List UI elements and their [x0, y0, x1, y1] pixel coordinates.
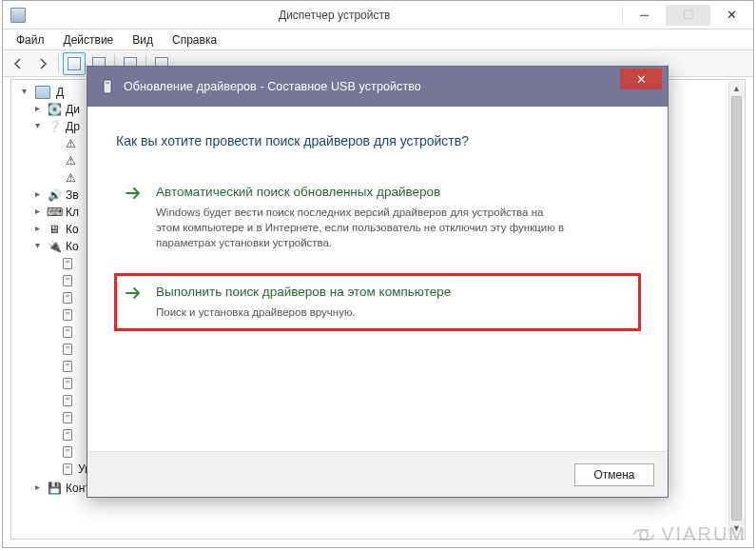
expand-icon[interactable]: ▸ — [32, 483, 43, 494]
dialog-body: Как вы хотите провести поиск драйверов д… — [87, 107, 668, 352]
menu-view[interactable]: Вид — [125, 31, 161, 49]
expand-icon[interactable]: ▸ — [32, 190, 43, 201]
toolbar-forward-button[interactable] — [31, 52, 54, 75]
menu-help[interactable]: Справка — [165, 31, 224, 49]
warn-icon: ⚠ — [63, 137, 78, 150]
window-maximize-button: ☐ — [666, 5, 709, 26]
expand-icon[interactable]: ▸ — [32, 207, 43, 218]
disk-icon: 💽 — [47, 103, 62, 116]
update-driver-dialog: Обновление драйверов - Составное USB уст… — [87, 66, 669, 498]
window-minimize-button[interactable]: ─ — [622, 5, 666, 26]
option-title: Автоматический поиск обновленных драйвер… — [156, 185, 565, 199]
expand-icon[interactable]: ▸ — [32, 225, 43, 235]
collapse-icon[interactable]: ▾ — [32, 122, 43, 132]
option-browse-computer[interactable]: Выполнить поиск драйверов на этом компью… — [116, 275, 639, 329]
dialog-close-button[interactable]: ✕ — [620, 69, 662, 89]
usb-icon: 🔌 — [47, 240, 62, 253]
computer-icon: 🖥 — [47, 223, 62, 236]
dialog-heading: Как вы хотите провести поиск драйверов д… — [116, 133, 639, 148]
warn-icon: ⚠ — [63, 154, 78, 167]
device-icon — [63, 361, 72, 372]
warn-icon: ⚠ — [63, 171, 78, 185]
device-icon — [63, 309, 72, 321]
menu-file[interactable]: Файл — [9, 31, 52, 49]
collapse-icon[interactable]: ▾ — [32, 242, 43, 252]
expand-icon[interactable]: ▸ — [32, 105, 43, 115]
device-icon — [63, 463, 72, 475]
dialog-title: Обновление драйверов - Составное USB уст… — [124, 80, 421, 93]
toolbar-button-1[interactable] — [63, 52, 86, 75]
dialog-footer: Отмена — [87, 451, 668, 497]
keyboard-icon: ⌨ — [47, 206, 62, 219]
device-icon — [63, 275, 72, 286]
option-auto-search[interactable]: Автоматический поиск обновленных драйвер… — [116, 175, 639, 260]
vertical-scrollbar[interactable]: ▲ ▼ — [728, 81, 744, 538]
dialog-titlebar: Обновление драйверов - Составное USB уст… — [87, 67, 668, 107]
toolbar-back-button[interactable] — [7, 52, 29, 75]
sound-icon: 🔊 — [47, 188, 62, 202]
option-description: Windows будет вести поиск последних верс… — [156, 205, 565, 250]
scroll-thumb[interactable] — [731, 96, 742, 521]
menubar: Файл Действие Вид Справка — [3, 30, 753, 50]
device-icon — [63, 412, 72, 423]
arrow-right-icon — [126, 286, 143, 320]
scroll-up-icon[interactable]: ▲ — [729, 81, 744, 96]
arrow-right-icon — [126, 187, 143, 250]
device-icon — [63, 292, 72, 304]
link-icon — [629, 525, 659, 544]
window-close-button[interactable]: ✕ — [709, 5, 753, 26]
option-description: Поиск и установка драйверов вручную. — [156, 305, 451, 320]
option-title: Выполнить поиск драйверов на этом компью… — [156, 285, 451, 299]
storage-controller-icon: 💾 — [47, 482, 62, 495]
device-icon — [63, 429, 72, 441]
collapse-icon[interactable]: ▾ — [19, 88, 29, 98]
device-icon — [63, 378, 72, 389]
app-icon — [10, 8, 26, 23]
other-devices-icon: ❔ — [47, 120, 62, 133]
device-icon — [63, 326, 72, 338]
menu-action[interactable]: Действие — [56, 31, 122, 49]
window-title: Диспетчер устройств — [279, 9, 390, 22]
watermark: VIARUM — [629, 523, 746, 545]
device-icon — [63, 344, 72, 355]
device-icon — [63, 395, 72, 406]
svg-rect-1 — [106, 82, 109, 84]
titlebar: Диспетчер устройств ─ ☐ ✕ — [3, 1, 753, 30]
watermark-text: VIARUM — [661, 523, 746, 545]
computer-icon — [35, 86, 50, 99]
device-icon — [63, 446, 72, 458]
cancel-button[interactable]: Отмена — [574, 463, 654, 486]
device-icon — [101, 79, 114, 94]
device-icon — [63, 258, 72, 269]
